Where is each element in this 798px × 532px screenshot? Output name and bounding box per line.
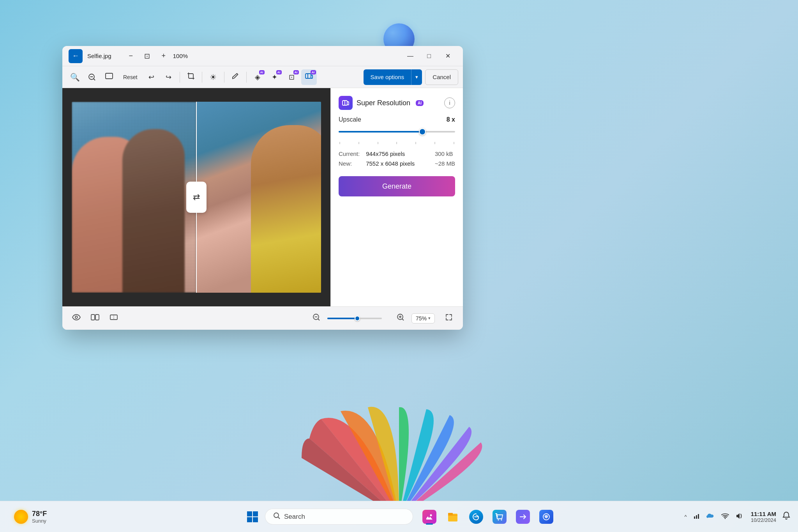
reset-button[interactable]: Reset <box>118 72 142 83</box>
search-bar[interactable]: Search <box>265 509 413 525</box>
svg-rect-3 <box>106 73 113 79</box>
svg-point-30 <box>501 519 502 520</box>
svg-line-19 <box>402 319 404 320</box>
stats-grid: Current: 944x756 pixels 300 kB New: 7552… <box>339 150 455 167</box>
tray-chevron-icon[interactable]: ^ <box>683 512 689 521</box>
back-button[interactable]: ← <box>69 49 83 63</box>
svg-line-15 <box>318 319 320 320</box>
chevron-down-icon: ▾ <box>415 74 418 80</box>
zoom-slider-track <box>327 318 357 319</box>
svg-rect-20 <box>247 511 252 516</box>
info-icon-button[interactable]: i <box>444 97 455 108</box>
zoom-in-bottom-icon <box>397 313 404 323</box>
taskbar-store-icon[interactable] <box>490 507 509 526</box>
zoom-percent-control[interactable]: 75% ▾ <box>411 313 435 323</box>
zoom-percent-value: 75% <box>416 315 427 322</box>
notification-icon[interactable] <box>782 511 790 522</box>
eye-button[interactable] <box>69 311 84 326</box>
taskbar-copilot-icon[interactable] <box>537 507 556 526</box>
right-panel: Super Resolution AI i Upscale 8 x <box>330 88 463 306</box>
taskbar-files-icon[interactable] <box>443 507 462 526</box>
maximize-button[interactable]: □ <box>420 49 438 63</box>
minimize-button[interactable]: — <box>401 49 419 63</box>
compare-icon <box>91 314 99 323</box>
zoom-out-bottom-button[interactable] <box>309 311 324 326</box>
svg-line-2 <box>94 79 95 80</box>
adjust-icon: ☀ <box>210 72 217 82</box>
svg-rect-9 <box>91 315 95 320</box>
zoom-out-top-button[interactable]: − <box>124 49 138 63</box>
undo-button[interactable]: ↩ <box>144 69 159 85</box>
crop-icon <box>187 72 195 82</box>
wifi-icon[interactable] <box>720 511 731 522</box>
undo-icon: ↩ <box>148 73 154 81</box>
onedrive-icon[interactable] <box>705 512 717 522</box>
search-placeholder: Search <box>284 513 305 521</box>
fullscreen-icon <box>445 313 453 323</box>
redo-button[interactable]: ↪ <box>161 69 177 85</box>
zoom-slider-container <box>327 318 390 319</box>
save-options-button[interactable]: Save options <box>364 69 411 85</box>
cancel-button[interactable]: Cancel <box>425 69 458 85</box>
weather-desc: Sunny <box>32 518 47 524</box>
aspect-button[interactable] <box>106 311 122 326</box>
zoom-out-button[interactable] <box>84 69 100 85</box>
ai-badge-magic: AI <box>276 70 282 74</box>
taskbar-edge-icon[interactable] <box>467 507 486 526</box>
zoom-out-top-icon: − <box>129 52 133 60</box>
slider-thumb[interactable] <box>419 128 426 135</box>
tick-5 <box>415 142 416 144</box>
slider-ticks <box>339 142 455 144</box>
zoom-in-top-button[interactable]: + <box>157 49 171 63</box>
svg-point-26 <box>430 514 432 516</box>
svg-point-29 <box>498 519 499 520</box>
editor-window: ← Selfie.jpg − ⊡ + 100% — <box>62 46 463 330</box>
zoom-in-button[interactable]: 🔍 <box>67 69 83 85</box>
svg-rect-21 <box>253 511 258 516</box>
fit-view-button[interactable] <box>101 69 117 85</box>
zoom-slider-thumb[interactable] <box>355 316 360 321</box>
compare-button[interactable] <box>87 311 103 326</box>
tick-7 <box>454 142 454 144</box>
svg-rect-33 <box>696 515 697 519</box>
crop-button[interactable] <box>183 69 199 85</box>
swap-handle[interactable]: ⇄ <box>186 182 207 213</box>
fit-view-icon <box>105 72 113 81</box>
magic-select-button[interactable]: ✦ AI <box>267 69 282 85</box>
adjust-button[interactable]: ☀ <box>205 69 221 85</box>
zoom-fit-button[interactable]: ⊡ <box>140 49 154 63</box>
close-button[interactable]: ✕ <box>439 49 457 63</box>
object-button[interactable]: ⊡ AI <box>284 69 300 85</box>
clock-date: 10/22/2024 <box>751 517 776 523</box>
erase-button[interactable]: ◈ AI <box>250 69 265 85</box>
taskbar-teams-icon[interactable] <box>514 507 532 526</box>
svg-rect-22 <box>247 517 252 522</box>
tick-6 <box>434 142 435 144</box>
start-button[interactable] <box>242 507 263 527</box>
desktop: ← Selfie.jpg − ⊡ + 100% — <box>0 0 798 532</box>
super-resolution-button[interactable]: AI <box>301 69 317 85</box>
generate-button[interactable]: Generate <box>339 176 455 196</box>
fullscreen-button[interactable] <box>441 311 457 326</box>
clock[interactable]: 11:11 AM 10/22/2024 <box>751 511 776 523</box>
zoom-fit-icon: ⊡ <box>144 52 150 60</box>
network-icon[interactable] <box>692 511 702 523</box>
taskbar-photos-icon[interactable] <box>420 507 439 526</box>
volume-icon[interactable] <box>734 511 745 523</box>
zoom-in-bottom-button[interactable] <box>393 311 408 326</box>
tick-3 <box>378 142 378 144</box>
upscale-slider[interactable] <box>339 128 455 136</box>
svg-line-25 <box>278 517 280 519</box>
eye-icon <box>72 314 81 322</box>
redo-icon: ↪ <box>166 73 171 81</box>
image-after <box>196 102 321 293</box>
ai-badge-panel: AI <box>416 100 424 106</box>
titlebar: ← Selfie.jpg − ⊡ + 100% — <box>62 46 463 66</box>
svg-rect-34 <box>698 514 699 519</box>
draw-icon <box>231 72 239 82</box>
save-options-dropdown-button[interactable]: ▾ <box>411 69 422 85</box>
swap-icon: ⇄ <box>193 192 200 202</box>
draw-button[interactable] <box>228 69 243 85</box>
zoom-slider[interactable] <box>327 318 382 319</box>
separator-1 <box>180 72 180 83</box>
